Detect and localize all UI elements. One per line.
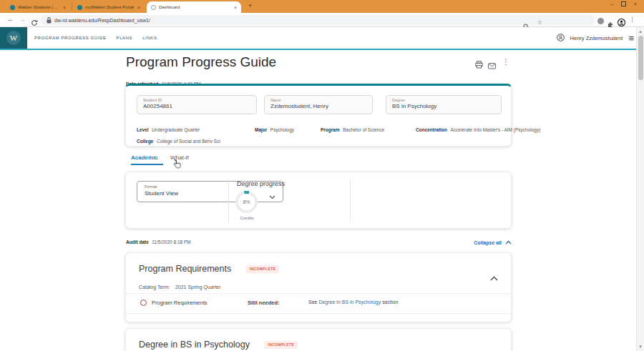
url-text[interactable]: dw-rd.waldenu.edu/RespDashboard_usw1/ xyxy=(54,18,150,23)
collapse-all-label: Collapse all xyxy=(474,240,502,245)
user-person-icon xyxy=(557,31,565,44)
degree-progress-title: Degree progress xyxy=(237,180,285,187)
catalog-term-label: Catalog Term: xyxy=(139,285,170,290)
browser-menu-dots-icon[interactable]: ⋮ xyxy=(629,16,635,23)
degree-progress-percent: 8% xyxy=(238,194,255,210)
student-info-card: Student ID A00254861 Name Zzdemostudent,… xyxy=(125,84,512,147)
meta-label: Concentration xyxy=(416,127,447,132)
incomplete-circle-icon xyxy=(140,300,147,306)
page-title: Program Progress Guide xyxy=(126,54,276,70)
new-tab-button[interactable]: + xyxy=(248,2,252,9)
print-icon[interactable] xyxy=(475,59,483,71)
divider xyxy=(228,179,229,222)
section-title: Degree in BS in Psychology xyxy=(139,340,250,350)
address-bar[interactable]: dw-rd.waldenu.edu/RespDashboard_usw1/ ☆ xyxy=(40,15,595,25)
divider xyxy=(350,179,351,222)
meta-label: College xyxy=(137,139,153,144)
tab-close-icon[interactable]: × xyxy=(137,5,140,10)
email-icon[interactable] xyxy=(488,59,496,72)
user-name[interactable]: Henry Zzdemostudent xyxy=(570,35,623,41)
browser-window: Walden Students | Walden Univ × myWalden… xyxy=(0,0,644,351)
still-needed-text: See Degree in BS in Psychology section xyxy=(308,300,398,305)
meta-label: Level xyxy=(137,127,149,132)
tab-title: myWalden Student Portal xyxy=(85,5,135,9)
nav-item-plans[interactable]: PLANS xyxy=(117,36,133,40)
still-needed-label: Still needed: xyxy=(248,300,280,306)
nav-item-links[interactable]: LINKS xyxy=(142,36,157,40)
browser-tab-mywalden-portal[interactable]: myWalden Student Portal × xyxy=(73,1,145,13)
close-window-button[interactable]: × xyxy=(634,1,637,6)
browser-titlebar: Walden Students | Walden Univ × myWalden… xyxy=(0,0,644,13)
walden-favicon-icon xyxy=(77,5,82,10)
tab-academic[interactable]: Academic xyxy=(131,154,158,161)
mouse-cursor xyxy=(173,159,182,172)
scrollbar-thumb[interactable] xyxy=(638,36,643,80)
walden-logo-letter: W xyxy=(6,31,21,45)
tab-title: Walden Students | Walden Univ xyxy=(18,5,60,9)
section-header: Degree in BS in Psychology INCOMPLETE xyxy=(139,337,298,350)
degree-progress-caption: Credits xyxy=(233,216,261,220)
field-value: A00254861 xyxy=(143,103,250,109)
forward-icon[interactable]: → xyxy=(19,16,26,23)
active-tab-underline xyxy=(131,164,163,165)
collapse-all-button[interactable]: Collapse all xyxy=(429,240,512,245)
meta-value: College of Social and Behv Sci xyxy=(157,139,220,144)
audit-date-value: 11/5/2020 8:18 PM xyxy=(152,239,190,244)
tab-separator xyxy=(72,4,72,10)
hamburger-menu-icon[interactable]: ≡ xyxy=(628,34,634,43)
meta-label: Program xyxy=(321,127,340,132)
meta-value: Bachelor of Science xyxy=(343,127,384,132)
scroll-down-arrow-icon[interactable]: ▼ xyxy=(638,345,643,349)
status-badge: INCOMPLETE xyxy=(246,265,280,273)
student-id-field[interactable]: Student ID A00254861 xyxy=(137,95,257,114)
meta-label: Major xyxy=(255,127,267,132)
divider xyxy=(126,313,511,314)
collapse-section-button[interactable] xyxy=(490,271,498,284)
meta-college: College College of Social and Behv Sci xyxy=(137,133,220,146)
dashboard-favicon-icon xyxy=(151,5,156,10)
catalog-term-value: 2021 Spring Quarter xyxy=(175,285,220,290)
audit-summary-card: Format Student View Degree progress 8% C… xyxy=(125,172,512,229)
window-controls: – × xyxy=(610,0,637,7)
maximize-button[interactable] xyxy=(621,1,626,6)
chevron-up-icon xyxy=(505,240,512,244)
tab-close-icon[interactable]: × xyxy=(63,5,66,10)
divider xyxy=(126,293,511,294)
catalog-term: Catalog Term: 2021 Spring Quarter xyxy=(139,279,220,292)
site-header: W PROGRAM PROGRESS GUIDE PLANS LINKS Hen… xyxy=(0,27,644,50)
degree-field[interactable]: Degree BS in Psychology xyxy=(386,95,502,114)
extension-circle-icon[interactable] xyxy=(597,18,604,24)
lock-icon xyxy=(47,17,52,24)
status-badge: INCOMPLETE xyxy=(264,341,298,349)
walden-logo[interactable]: W xyxy=(0,27,27,49)
meta-value: Psychology xyxy=(270,127,294,132)
tab-close-icon[interactable]: × xyxy=(234,5,237,10)
audit-date-label: Audit date xyxy=(126,239,149,244)
collapse-section-button[interactable] xyxy=(490,347,498,351)
requirement-name: Program Requirements xyxy=(152,300,208,306)
field-label: Name xyxy=(270,98,366,102)
degree-section-link[interactable]: Degree in BS in Psychology xyxy=(318,300,381,305)
tab-title: Dashboard xyxy=(159,5,231,9)
name-field[interactable]: Name Zzdemostudent, Henry xyxy=(264,95,373,114)
program-requirements-card: Program Requirements INCOMPLETE Catalog … xyxy=(125,252,512,322)
field-label: Degree xyxy=(392,98,495,102)
user-area: Henry Zzdemostudent ≡ xyxy=(557,27,634,49)
meta-major: Major Psychology xyxy=(255,122,294,134)
field-value: Zzdemostudent, Henry xyxy=(270,103,366,109)
meta-program: Program Bachelor of Science xyxy=(321,122,384,134)
bookmark-star-icon[interactable]: ☆ xyxy=(537,19,542,26)
scroll-up-arrow-icon[interactable]: ▲ xyxy=(638,29,643,34)
page-menu-dots-icon[interactable]: ⋮ xyxy=(502,58,509,66)
scrollbar[interactable]: ▲ ▼ xyxy=(636,27,644,351)
degree-bs-psychology-card: Degree in BS in Psychology INCOMPLETE xyxy=(125,328,512,351)
field-label: Student ID xyxy=(143,98,250,102)
nav-item-program-progress-guide[interactable]: PROGRAM PROGRESS GUIDE xyxy=(34,36,107,40)
chevron-down-icon xyxy=(269,189,275,202)
back-icon[interactable]: ← xyxy=(7,16,14,23)
browser-tab-dashboard[interactable]: Dashboard × xyxy=(147,1,241,13)
walden-favicon-icon xyxy=(10,5,15,10)
minimize-button[interactable]: – xyxy=(610,1,613,6)
degree-progress-donut: 8% xyxy=(235,191,258,213)
browser-tab-walden-students[interactable]: Walden Students | Walden Univ × xyxy=(6,1,70,13)
